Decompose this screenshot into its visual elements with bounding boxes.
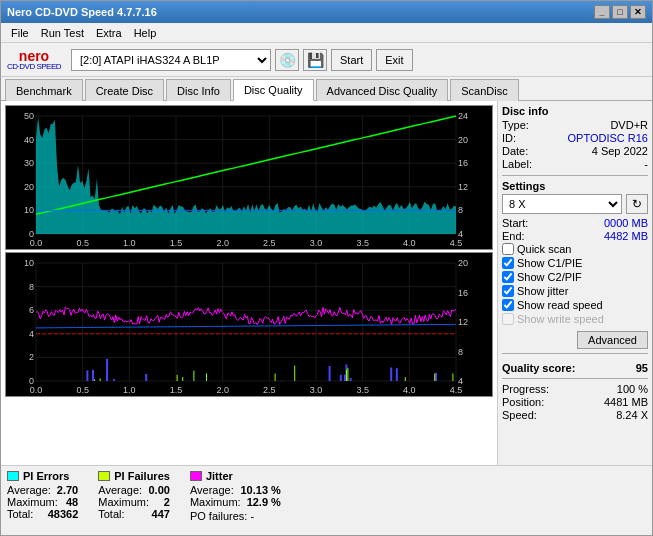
menu-bar: File Run Test Extra Help	[1, 23, 652, 43]
jitter-block: Jitter Average: 10.13 % Maximum: 12.9 % …	[190, 470, 281, 531]
quality-score-label: Quality score:	[502, 362, 575, 374]
position-value: 4481 MB	[604, 396, 648, 408]
quick-scan-label: Quick scan	[517, 243, 571, 255]
tab-bar: Benchmark Create Disc Disc Info Disc Qua…	[1, 77, 652, 101]
pi-errors-block: PI Errors Average: 2.70 Maximum: 48 Tota…	[7, 470, 78, 531]
show-read-speed-checkbox[interactable]	[502, 299, 514, 311]
disc-id-value: OPTODISC R16	[568, 132, 649, 144]
quality-score-value: 95	[636, 362, 648, 374]
end-mb-input[interactable]	[598, 230, 648, 242]
quality-score-row: Quality score: 95	[502, 362, 648, 374]
pi-errors-title: PI Errors	[23, 470, 69, 482]
save-icon-button[interactable]: 💾	[303, 49, 327, 71]
start-mb-input[interactable]	[598, 217, 648, 229]
show-jitter-label: Show jitter	[517, 285, 568, 297]
disc-type-value: DVD+R	[610, 119, 648, 131]
quick-scan-row: Quick scan	[502, 243, 648, 255]
show-c1pie-label: Show C1/PIE	[517, 257, 582, 269]
jitter-avg: Average: 10.13 %	[190, 484, 281, 496]
disc-date-label: Date:	[502, 145, 528, 157]
pi-failures-block: PI Failures Average: 0.00 Maximum: 2 Tot…	[98, 470, 170, 531]
pi-failures-color	[98, 471, 110, 481]
progress-label: Progress:	[502, 383, 549, 395]
disc-type-label: Type:	[502, 119, 529, 131]
disc-type-row: Type: DVD+R	[502, 119, 648, 131]
stats-sidebar: Disc info Type: DVD+R ID: OPTODISC R16 D…	[497, 101, 652, 465]
jitter-color	[190, 471, 202, 481]
disc-date-value: 4 Sep 2022	[592, 145, 648, 157]
menu-file[interactable]: File	[5, 26, 35, 40]
tab-advanced-disc-quality[interactable]: Advanced Disc Quality	[316, 79, 449, 101]
tab-disc-quality[interactable]: Disc Quality	[233, 79, 314, 101]
show-write-speed-checkbox[interactable]	[502, 313, 514, 325]
speed-row-progress: Speed: 8.24 X	[502, 409, 648, 421]
refresh-icon: ↺	[632, 197, 642, 211]
tab-scan-disc[interactable]: ScanDisc	[450, 79, 518, 101]
show-c2pif-checkbox[interactable]	[502, 271, 514, 283]
maximize-button[interactable]: □	[612, 5, 628, 19]
nero-logo-top: nero	[19, 49, 49, 63]
quick-scan-checkbox[interactable]	[502, 243, 514, 255]
show-c2pif-label: Show C2/PIF	[517, 271, 582, 283]
pi-failures-header: PI Failures	[98, 470, 170, 482]
tab-benchmark[interactable]: Benchmark	[5, 79, 83, 101]
advanced-button[interactable]: Advanced	[577, 331, 648, 349]
bottom-stats: PI Errors Average: 2.70 Maximum: 48 Tota…	[1, 465, 652, 535]
minimize-button[interactable]: _	[594, 5, 610, 19]
disc-id-row: ID: OPTODISC R16	[502, 132, 648, 144]
pi-errors-color	[7, 471, 19, 481]
pi-errors-max: Maximum: 48	[7, 496, 78, 508]
main-window: Nero CD-DVD Speed 4.7.7.16 _ □ ✕ File Ru…	[0, 0, 653, 536]
show-jitter-checkbox[interactable]	[502, 285, 514, 297]
drive-select[interactable]: [2:0] ATAPI iHAS324 A BL1P	[71, 49, 271, 71]
speed-label: Speed:	[502, 409, 537, 421]
progress-row: Progress: 100 %	[502, 383, 648, 395]
speed-select[interactable]: 8 X	[502, 194, 622, 214]
jitter-max: Maximum: 12.9 %	[190, 496, 281, 508]
menu-run-test[interactable]: Run Test	[35, 26, 90, 40]
end-mb-label: End:	[502, 230, 525, 242]
show-c1pie-row: Show C1/PIE	[502, 257, 648, 269]
show-read-speed-label: Show read speed	[517, 299, 603, 311]
end-mb-row: End:	[502, 230, 648, 242]
start-mb-row: Start:	[502, 217, 648, 229]
start-button[interactable]: Start	[331, 49, 372, 71]
po-failures-row: PO failures: -	[190, 510, 281, 522]
nero-logo-bottom: CD·DVD SPEED	[7, 63, 61, 71]
menu-help[interactable]: Help	[128, 26, 163, 40]
jitter-header: Jitter	[190, 470, 281, 482]
refresh-icon-button[interactable]: ↺	[626, 194, 648, 214]
settings-title: Settings	[502, 180, 648, 192]
show-c2pif-row: Show C2/PIF	[502, 271, 648, 283]
tab-create-disc[interactable]: Create Disc	[85, 79, 164, 101]
divider-2	[502, 353, 648, 354]
pi-failures-total: Total: 447	[98, 508, 170, 520]
divider-1	[502, 175, 648, 176]
menu-extra[interactable]: Extra	[90, 26, 128, 40]
title-bar: Nero CD-DVD Speed 4.7.7.16 _ □ ✕	[1, 1, 652, 23]
pi-failures-avg: Average: 0.00	[98, 484, 170, 496]
jitter-title: Jitter	[206, 470, 233, 482]
tab-disc-info[interactable]: Disc Info	[166, 79, 231, 101]
disc-label-label: Label:	[502, 158, 532, 170]
pi-errors-total: Total: 48362	[7, 508, 78, 520]
title-bar-controls: _ □ ✕	[594, 5, 646, 19]
charts-area	[1, 101, 497, 465]
pi-errors-header: PI Errors	[7, 470, 78, 482]
position-label: Position:	[502, 396, 544, 408]
start-mb-label: Start:	[502, 217, 528, 229]
toolbar: nero CD·DVD SPEED [2:0] ATAPI iHAS324 A …	[1, 43, 652, 77]
divider-3	[502, 378, 648, 379]
main-content: Disc info Type: DVD+R ID: OPTODISC R16 D…	[1, 101, 652, 465]
nero-logo: nero CD·DVD SPEED	[7, 49, 61, 71]
disc-date-row: Date: 4 Sep 2022	[502, 145, 648, 157]
show-c1pie-checkbox[interactable]	[502, 257, 514, 269]
po-failures-label: PO failures:	[190, 510, 247, 522]
pi-errors-avg: Average: 2.70	[7, 484, 78, 496]
disc-icon-button[interactable]: 💿	[275, 49, 299, 71]
bottom-chart	[5, 252, 493, 397]
pi-failures-max: Maximum: 2	[98, 496, 170, 508]
show-write-speed-row: Show write speed	[502, 313, 648, 325]
exit-button[interactable]: Exit	[376, 49, 412, 71]
close-button[interactable]: ✕	[630, 5, 646, 19]
